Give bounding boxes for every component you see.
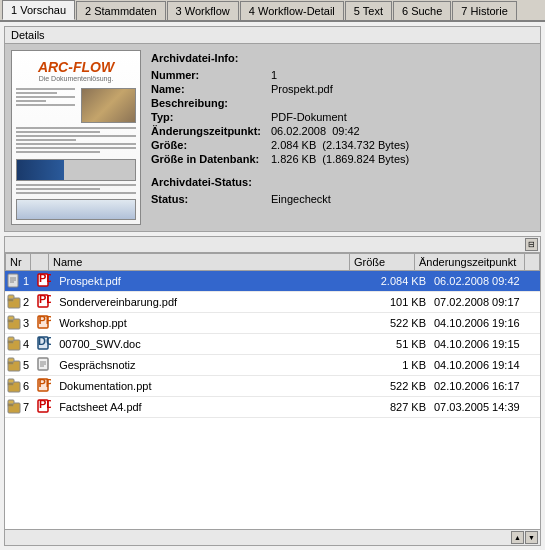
table-row[interactable]: 4 DOC 00700_SWV.doc51 KB04.10.2006 19:15 bbox=[5, 334, 540, 355]
archive-status-title: Archivdatei-Status: bbox=[151, 176, 534, 188]
row-number: 2 bbox=[23, 296, 29, 308]
toolbar-expand-button[interactable]: ⊟ bbox=[525, 238, 538, 251]
preview-image: ARC-FLOW Die Dokumentenlösung. bbox=[11, 50, 141, 225]
label-name: Name: bbox=[151, 82, 271, 96]
cell-nr: 6 bbox=[5, 376, 33, 397]
cell-file-icon: PDF bbox=[33, 397, 55, 418]
file-table-panel: ⊟ Nr Name Größe Änderungszeitpunkt bbox=[4, 236, 541, 546]
col-header-scroll bbox=[525, 254, 540, 271]
details-body: ARC-FLOW Die Dokumentenlösung. bbox=[5, 44, 540, 231]
cell-size: 1 KB bbox=[365, 355, 430, 376]
table-wrapper: Nr Name Größe Änderungszeitpunkt bbox=[5, 253, 540, 529]
row-doc-icon bbox=[7, 399, 21, 415]
info-row-name: Name: Prospekt.pdf bbox=[151, 82, 534, 96]
row-doc-icon bbox=[7, 378, 21, 394]
svg-rect-23 bbox=[8, 358, 14, 362]
cell-filename: Sondervereinbarung.pdf bbox=[55, 292, 365, 313]
cell-filename: Factsheet A4.pdf bbox=[55, 397, 365, 418]
col-header-size: Größe bbox=[350, 254, 415, 271]
tab-tab6[interactable]: 6 Suche bbox=[393, 1, 451, 20]
cell-filename: Workshop.ppt bbox=[55, 313, 365, 334]
table-row[interactable]: 7 PDF Factsheet A4.pdf827 KB07.03.2005 1… bbox=[5, 397, 540, 418]
label-groesse-db: Größe in Datenbank: bbox=[151, 152, 271, 166]
arcflow-tagline: Die Dokumentenlösung. bbox=[22, 75, 130, 82]
cell-date: 06.02.2008 09:42 bbox=[430, 271, 540, 292]
row-number: 5 bbox=[23, 359, 29, 371]
cell-size: 2.084 KB bbox=[365, 271, 430, 292]
tab-tab5[interactable]: 5 Text bbox=[345, 1, 392, 20]
label-aenderung: Änderungszeitpunkt: bbox=[151, 124, 271, 138]
details-panel: Details ARC-FLOW Die Dokumentenlösung. bbox=[4, 26, 541, 232]
cell-nr: 3 bbox=[5, 313, 33, 334]
cell-file-icon: PDF bbox=[33, 271, 55, 292]
cell-date: 04.10.2006 19:15 bbox=[430, 334, 540, 355]
row-doc-icon bbox=[7, 357, 21, 373]
row-number: 3 bbox=[23, 317, 29, 329]
tab-tab4[interactable]: 4 Workflow-Detail bbox=[240, 1, 344, 20]
file-table: Nr Name Größe Änderungszeitpunkt bbox=[5, 253, 540, 271]
cell-size: 51 KB bbox=[365, 334, 430, 355]
preview-thumbnail bbox=[81, 88, 136, 123]
col-header-icon bbox=[31, 254, 49, 271]
row-number: 7 bbox=[23, 401, 29, 413]
cell-filename: Prospekt.pdf bbox=[55, 271, 365, 292]
row-doc-icon bbox=[7, 336, 21, 352]
tab-tab2[interactable]: 2 Stammdaten bbox=[76, 1, 166, 20]
table-row[interactable]: 2 PDF Sondervereinbarung.pdf101 KB07.02.… bbox=[5, 292, 540, 313]
tab-tab1[interactable]: 1 Vorschau bbox=[2, 0, 75, 20]
svg-rect-8 bbox=[8, 295, 14, 299]
value-beschreibung bbox=[271, 96, 534, 110]
value-nummer: 1 bbox=[271, 68, 534, 82]
info-row-aenderung: Änderungszeitpunkt: 06.02.2008 09:42 bbox=[151, 124, 534, 138]
svg-text:PDF: PDF bbox=[39, 399, 51, 410]
details-title: Details bbox=[5, 27, 540, 44]
cell-nr: 4 bbox=[5, 334, 33, 355]
svg-rect-35 bbox=[8, 400, 14, 404]
table-toolbar: ⊟ bbox=[5, 237, 540, 253]
row-doc-icon bbox=[7, 273, 21, 289]
cell-file-icon: PPT bbox=[33, 376, 55, 397]
cell-file-icon: PDF bbox=[33, 292, 55, 313]
file-info-table: Nummer: 1 Name: Prospekt.pdf Beschreibun… bbox=[151, 68, 534, 166]
cell-date: 07.02.2008 09:17 bbox=[430, 292, 540, 313]
label-typ: Typ: bbox=[151, 110, 271, 124]
scroll-up-button[interactable]: ▲ bbox=[511, 531, 524, 544]
cell-file-icon: PPT bbox=[33, 313, 55, 334]
tab-bar: 1 Vorschau2 Stammdaten3 Workflow4 Workfl… bbox=[0, 0, 545, 22]
value-typ: PDF-Dokument bbox=[271, 110, 534, 124]
arcflow-logo-text: ARC-FLOW bbox=[22, 59, 130, 75]
label-beschreibung: Beschreibung: bbox=[151, 96, 271, 110]
value-name: Prospekt.pdf bbox=[271, 82, 534, 96]
svg-text:DOC: DOC bbox=[38, 336, 51, 347]
table-row[interactable]: 3 PPT Workshop.ppt522 KB04.10.2006 19:16 bbox=[5, 313, 540, 334]
svg-rect-13 bbox=[8, 316, 14, 320]
row-number: 4 bbox=[23, 338, 29, 350]
value-aenderung: 06.02.2008 09:42 bbox=[271, 124, 534, 138]
cell-date: 02.10.2006 16:17 bbox=[430, 376, 540, 397]
status-table: Status: Eingecheckt bbox=[151, 192, 534, 206]
info-row-beschreibung: Beschreibung: bbox=[151, 96, 534, 110]
arcflow-logo: ARC-FLOW Die Dokumentenlösung. bbox=[22, 59, 130, 82]
tab-tab7[interactable]: 7 Historie bbox=[452, 1, 516, 20]
scroll-down-button[interactable]: ▼ bbox=[525, 531, 538, 544]
svg-text:PPT: PPT bbox=[39, 315, 52, 326]
preview-blue-section bbox=[16, 199, 136, 221]
value-groesse-db: 1.826 KB (1.869.824 Bytes) bbox=[271, 152, 534, 166]
table-header-row: Nr Name Größe Änderungszeitpunkt bbox=[6, 254, 540, 271]
svg-text:PDF: PDF bbox=[39, 294, 51, 305]
table-row[interactable]: 1 PDF Prospekt.pdf2.084 KB06.02.2008 09:… bbox=[5, 271, 540, 292]
svg-text:PPT: PPT bbox=[39, 378, 52, 389]
preview-blue-band bbox=[16, 159, 136, 181]
table-body-area[interactable]: 1 PDF Prospekt.pdf2.084 KB06.02.2008 09:… bbox=[5, 271, 540, 529]
cell-filename: 00700_SWV.doc bbox=[55, 334, 365, 355]
svg-rect-30 bbox=[8, 379, 14, 383]
status-row: Status: Eingecheckt bbox=[151, 192, 534, 206]
table-row[interactable]: 6 PPT Dokumentation.ppt522 KB02.10.2006 … bbox=[5, 376, 540, 397]
info-row-nummer: Nummer: 1 bbox=[151, 68, 534, 82]
file-table-body: 1 PDF Prospekt.pdf2.084 KB06.02.2008 09:… bbox=[5, 271, 540, 418]
cell-date: 07.03.2005 14:39 bbox=[430, 397, 540, 418]
table-row[interactable]: 5 Gesprächsnotiz1 KB04.10.2006 19:14 bbox=[5, 355, 540, 376]
tab-tab3[interactable]: 3 Workflow bbox=[167, 1, 239, 20]
cell-nr: 2 bbox=[5, 292, 33, 313]
file-info: Archivdatei-Info: Nummer: 1 Name: Prospe… bbox=[151, 50, 534, 225]
